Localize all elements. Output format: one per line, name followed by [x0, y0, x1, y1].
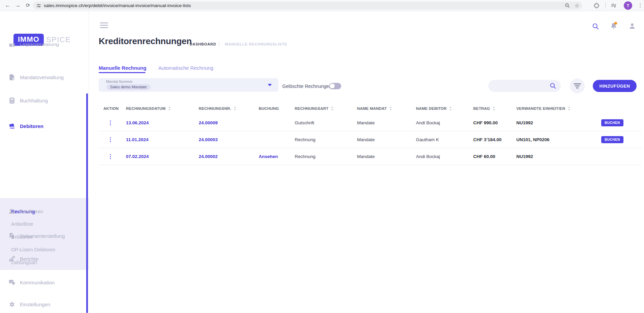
sort-icon[interactable]: [492, 106, 495, 111]
invoice-number-link[interactable]: 24.00003: [194, 137, 254, 142]
mandate-document-icon: [8, 74, 15, 81]
browser-reload-icon[interactable]: ⟳: [24, 1, 32, 10]
invoice-date-link[interactable]: 11.01.2024: [121, 137, 194, 142]
sidebar-item-kommunikation[interactable]: Kommunikation: [0, 278, 89, 287]
sort-icon[interactable]: [331, 106, 334, 111]
sort-icon[interactable]: [168, 106, 171, 111]
browser-toolbar: ← → ⟳ sales.immospice.ch/erp/debit/invoi…: [0, 0, 644, 11]
row-actions-kebab-icon[interactable]: ⋮: [107, 136, 113, 143]
bookmark-star-icon[interactable]: ☆: [573, 1, 581, 10]
table-header-row: AKTION RECHNUNGSDATUM RECHNUNGSNR. BUCHU…: [99, 102, 642, 115]
related-units: NU1992: [512, 154, 597, 159]
zoom-out-icon[interactable]: [565, 3, 570, 8]
add-invoice-button[interactable]: HINZUFÜGEN: [593, 80, 637, 92]
browser-menu-kebab-icon[interactable]: ⋮: [636, 1, 644, 10]
sidebar-item-einstellungen[interactable]: Einstellungen: [0, 300, 89, 309]
toolbar-divider: [605, 3, 606, 8]
invoice-type: Gutschrift: [290, 120, 352, 125]
sidebar-toggle-hamburger-icon[interactable]: [100, 23, 108, 29]
tab-automatische-rechnung[interactable]: Automatische Rechnung: [158, 65, 213, 71]
sidebar-item-debitoren[interactable]: Debitoren: [0, 122, 89, 130]
sidebar-scrollbar-thumb[interactable]: [86, 93, 88, 313]
media-playlist-icon[interactable]: [611, 3, 617, 9]
sidebar-item-dokumenterstellung[interactable]: Dokumenterstellung: [0, 231, 89, 240]
deleted-invoices-toggle[interactable]: [329, 83, 341, 89]
extensions-puzzle-icon[interactable]: [593, 3, 600, 9]
tab-manuelle-rechnung[interactable]: Manuelle Rechnung: [99, 65, 147, 71]
sidebar-item-kreditoren[interactable]: Kreditoren: [0, 207, 89, 216]
breadcrumb-current: MANUELLE RECHNUNGSLISTE: [225, 42, 287, 46]
toggle-knob: [330, 84, 335, 89]
submenu-item-label: OP-Listen Debitoren: [11, 247, 55, 252]
sort-icon[interactable]: [449, 106, 452, 111]
column-header-verwandte-einheit[interactable]: VERWANDTE EINHEIT/EN: [512, 106, 597, 111]
amount: CHF 3’184.00: [469, 137, 512, 142]
buchen-button[interactable]: BUCHEN: [601, 119, 623, 126]
invoice-number-link[interactable]: 24.00009: [194, 120, 254, 125]
report-chart-icon: [8, 255, 15, 262]
row-actions-kebab-icon[interactable]: ⋮: [107, 153, 113, 160]
mandat-nummer-select[interactable]: Mandat-Nummer Sales demo Mandate: [99, 78, 278, 92]
browser-back-icon[interactable]: ←: [3, 1, 12, 10]
breadcrumb-separator: [219, 41, 219, 46]
sort-icon[interactable]: [233, 106, 236, 111]
booking-link[interactable]: Ansehen: [254, 154, 290, 159]
sidebar-item-label: Mandatsverwaltung: [20, 74, 64, 80]
url-text[interactable]: sales.immospice.ch/erp/debit/invoice/man…: [44, 3, 191, 8]
page-title: Kreditorenrechnungen: [99, 36, 192, 46]
sort-icon[interactable]: [568, 106, 571, 111]
buchen-button[interactable]: BUCHEN: [601, 136, 623, 143]
filter-lines-icon: [574, 84, 581, 84]
sort-icon[interactable]: [389, 106, 392, 111]
mandat-value-chip[interactable]: Sales demo Mandate: [106, 84, 151, 90]
invoice-number-link[interactable]: 24.00002: [194, 154, 254, 159]
submenu-item-label: Artikelliste: [11, 221, 33, 227]
sidebar-item-buchhaltung[interactable]: Buchhaltung: [0, 96, 89, 105]
column-header-buchung: BUCHUNG: [254, 106, 290, 111]
mandat-nummer-label: Mandat-Nummer: [106, 80, 133, 84]
table-row: ⋮ 11.01.2024 24.00003 Rechnung Mandate G…: [99, 131, 642, 148]
user-profile-icon[interactable]: [629, 22, 636, 30]
address-bar[interactable]: sales.immospice.ch/erp/debit/invoice/man…: [33, 2, 582, 9]
table-search-input[interactable]: [488, 80, 561, 92]
sidebar-item-mandatsverwaltung[interactable]: Mandatsverwaltung: [0, 73, 89, 82]
column-header-betrag[interactable]: BETRAG: [469, 106, 512, 111]
browser-profile-avatar[interactable]: T: [624, 1, 632, 10]
chat-bubbles-icon: [8, 279, 15, 286]
column-header-name-mandat[interactable]: NAME MANDAT: [352, 106, 411, 111]
logo-spice: SPICE: [46, 35, 71, 44]
invoice-date-link[interactable]: 07.02.2024: [121, 154, 194, 159]
invoice-type: Rechnung: [290, 154, 352, 159]
filter-button[interactable]: [570, 79, 585, 93]
mandate-name: Mandate: [352, 137, 411, 142]
column-header-rechnungsdatum[interactable]: RECHNUNGSDATUM: [121, 106, 194, 111]
column-header-rechnungsnr[interactable]: RECHNUNGSNR.: [194, 106, 254, 111]
select-dropdown-arrow-icon[interactable]: [268, 84, 272, 86]
sidebar-item-berichte[interactable]: Berichte: [0, 254, 89, 263]
search-icon[interactable]: [549, 82, 556, 89]
notifications-bell-icon[interactable]: [610, 22, 618, 30]
amount: CHF 990.00: [469, 120, 512, 125]
global-search-icon[interactable]: [592, 23, 599, 30]
submenu-item-op-listen-debitoren[interactable]: OP-Listen Debitoren: [11, 246, 55, 253]
related-units: UN101, NP0206: [512, 137, 597, 142]
documents-icon: [8, 232, 15, 240]
sidebar-item-label: Berichte: [20, 256, 38, 262]
deleted-invoices-toggle-label: Gelöschte Rechnungen: [282, 84, 331, 89]
row-actions-kebab-icon[interactable]: ⋮: [107, 120, 113, 126]
breadcrumb-dashboard[interactable]: DASHBOARD: [190, 42, 216, 46]
submenu-item-artikelliste[interactable]: Artikelliste: [11, 220, 33, 228]
column-header-rechnungsart[interactable]: RECHNUNGSART: [290, 106, 352, 111]
sidebar-item-label: Kommunikation: [20, 280, 55, 285]
sidebar-item-label: Dokumenterstellung: [20, 233, 65, 239]
column-header-name-debitor[interactable]: NAME DEBITOR: [411, 106, 469, 111]
browser-forward-icon[interactable]: →: [13, 1, 22, 10]
invoice-date-link[interactable]: 13.06.2024: [121, 120, 194, 125]
debtor-name: Andi Bockaj: [411, 154, 469, 159]
sidebar-item-label: Einstellungen: [20, 302, 50, 307]
table-row: ⋮ 07.02.2024 24.00002 Ansehen Rechnung M…: [99, 148, 642, 165]
related-units: NU1992: [512, 120, 597, 125]
site-info-icon[interactable]: [36, 3, 41, 8]
sidebar-item-label: Kreditoren: [20, 209, 43, 214]
mandate-name: Mandate: [352, 154, 411, 159]
